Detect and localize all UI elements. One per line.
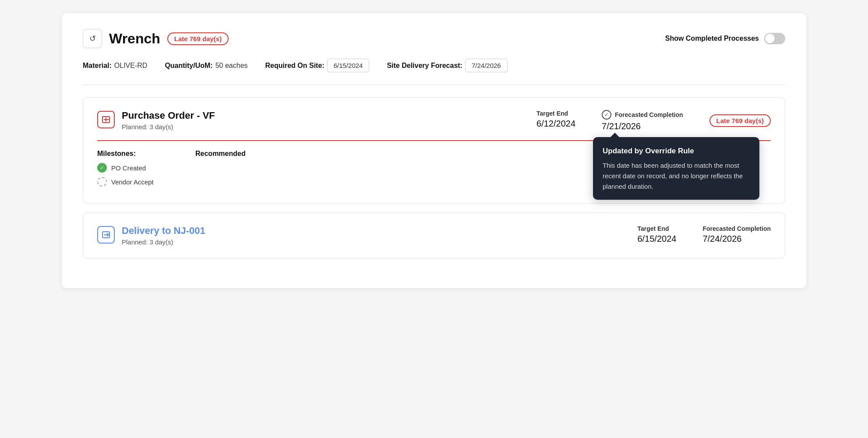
page-title: Wrench xyxy=(109,31,160,47)
milestone-pending-icon xyxy=(97,177,107,187)
delivery-title: Delivery to NJ-001 xyxy=(122,225,205,237)
milestone-vendor-accept: Vendor Accept xyxy=(97,177,185,187)
forecasted-check-icon: ✓ xyxy=(602,110,611,120)
po-title-text: Purchase Order - VF Planned: 3 day(s) xyxy=(122,110,215,131)
material-label: Material: xyxy=(83,62,112,70)
required-on-site-value: 6/15/2024 xyxy=(327,59,370,72)
po-dates-section: Target End 6/12/2024 ✓ Forecasted Comple… xyxy=(536,110,771,131)
site-delivery-label: Site Delivery Forecast: xyxy=(387,62,462,70)
milestone-complete-icon: ✓ xyxy=(97,163,107,173)
purchase-order-card: Purchase Order - VF Planned: 3 day(s) Ta… xyxy=(83,97,785,204)
milestone-po-created-label: PO Created xyxy=(111,164,146,172)
milestones-title: Milestones: xyxy=(97,150,185,158)
po-target-end-label: Target End xyxy=(536,110,568,117)
header-row: ↺ Wrench Late 769 day(s) Show Completed … xyxy=(83,29,785,48)
site-delivery-value: 7/24/2026 xyxy=(465,59,508,72)
quantity-label: Quantity/UoM: xyxy=(165,62,212,70)
delivery-planned: Planned: 3 day(s) xyxy=(122,238,205,246)
po-icon xyxy=(97,111,115,128)
recommended-label: Recommended xyxy=(195,150,246,158)
delivery-target-end-value: 6/15/2024 xyxy=(637,234,676,244)
delivery-forecasted-value: 7/24/2026 xyxy=(702,234,741,244)
po-planned: Planned: 3 day(s) xyxy=(122,123,215,131)
delivery-title-text: Delivery to NJ-001 Planned: 3 day(s) xyxy=(122,225,205,246)
po-title-section: Purchase Order - VF Planned: 3 day(s) xyxy=(97,110,215,131)
page-container: ↺ Wrench Late 769 day(s) Show Completed … xyxy=(62,13,806,288)
delivery-header-row: Delivery to NJ-001 Planned: 3 day(s) Tar… xyxy=(97,225,771,246)
meta-material: Material: OLIVE-RD xyxy=(83,62,147,70)
back-button[interactable]: ↺ xyxy=(83,29,102,48)
delivery-forecasted-completion: Forecasted Completion 7/24/2026 xyxy=(702,225,771,244)
delivery-card: Delivery to NJ-001 Planned: 3 day(s) Tar… xyxy=(83,212,785,258)
material-value: OLIVE-RD xyxy=(114,62,148,70)
required-on-site-label: Required On Site: xyxy=(265,62,325,70)
header-right: Show Completed Processes xyxy=(665,33,785,44)
po-target-end: Target End 6/12/2024 xyxy=(536,110,575,129)
milestones-section: Milestones: ✓ PO Created Vendor Accept xyxy=(97,150,185,191)
header-late-badge: Late 769 day(s) xyxy=(167,32,229,45)
delivery-target-end-label: Target End xyxy=(637,225,669,232)
show-completed-label: Show Completed Processes xyxy=(665,35,759,42)
po-forecasted-completion: ✓ Forecasted Completion 7/21/2026 Update… xyxy=(602,110,683,131)
tooltip-body: This date has been adjusted to match the… xyxy=(603,160,750,192)
po-forecasted-label: Forecasted Completion xyxy=(615,111,683,118)
meta-quantity: Quantity/UoM: 50 eaches xyxy=(165,62,247,70)
milestone-po-created: ✓ PO Created xyxy=(97,163,185,173)
recommended-section: Recommended xyxy=(195,150,246,163)
delivery-target-end: Target End 6/15/2024 xyxy=(637,225,676,244)
meta-required-on-site: Required On Site: 6/15/2024 xyxy=(265,59,370,72)
delivery-dates-section: Target End 6/15/2024 Forecasted Completi… xyxy=(637,225,771,244)
delivery-title-section: Delivery to NJ-001 Planned: 3 day(s) xyxy=(97,225,205,246)
delivery-forecasted-label: Forecasted Completion xyxy=(702,225,771,232)
milestone-vendor-accept-label: Vendor Accept xyxy=(111,178,154,186)
meta-row: Material: OLIVE-RD Quantity/UoM: 50 each… xyxy=(83,59,785,72)
quantity-value: 50 eaches xyxy=(215,62,248,70)
po-forecasted-value: 7/21/2026 xyxy=(602,121,641,131)
po-target-end-value: 6/12/2024 xyxy=(536,119,575,129)
po-title: Purchase Order - VF xyxy=(122,110,215,121)
po-forecasted-value-wrapper: 7/21/2026 Updated by Override Rule This … xyxy=(602,121,641,131)
tooltip-title: Updated by Override Rule xyxy=(603,145,750,157)
po-header-row: Purchase Order - VF Planned: 3 day(s) Ta… xyxy=(97,110,771,131)
delivery-icon xyxy=(97,226,115,244)
po-late-badge: Late 769 day(s) xyxy=(709,114,771,127)
main-divider xyxy=(83,85,785,85)
override-rule-tooltip: Updated by Override Rule This date has b… xyxy=(593,137,759,200)
meta-site-delivery: Site Delivery Forecast: 7/24/2026 xyxy=(387,59,507,72)
po-forecasted-header: ✓ Forecasted Completion xyxy=(602,110,683,120)
show-completed-toggle[interactable] xyxy=(764,33,785,44)
header-left: ↺ Wrench Late 769 day(s) xyxy=(83,29,229,48)
